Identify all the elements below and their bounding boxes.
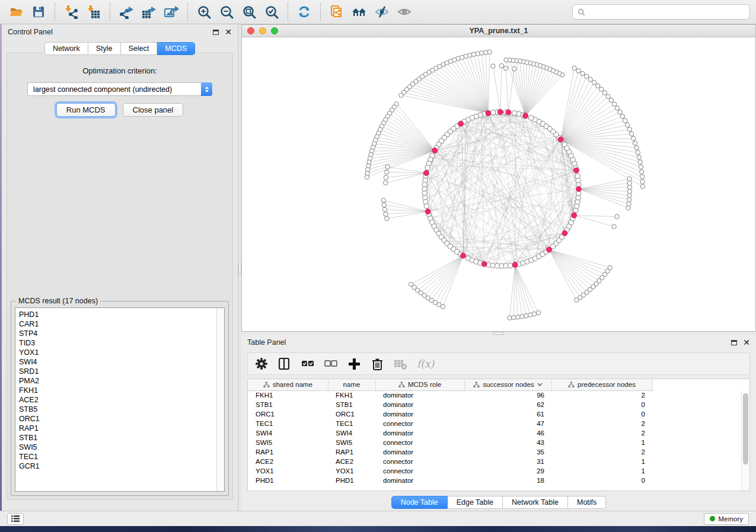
unselect-all-columns-icon[interactable] — [324, 357, 338, 371]
table-cell[interactable]: 62 — [464, 400, 551, 409]
tab-network-table[interactable]: Network Table — [503, 496, 568, 509]
task-history-button[interactable] — [7, 513, 24, 525]
table-cell[interactable]: 1 — [551, 466, 652, 476]
table-cell[interactable]: 29 — [464, 466, 551, 476]
mcds-result-item[interactable]: YOX1 — [19, 348, 216, 357]
table-cell[interactable]: RAP1 — [248, 447, 328, 457]
table-cell[interactable]: dominator — [375, 447, 464, 457]
float-panel-icon[interactable] — [213, 30, 219, 35]
mcds-result-item[interactable]: SRD1 — [19, 367, 216, 376]
memory-button[interactable]: Memory — [704, 513, 749, 525]
table-cell[interactable]: ACE2 — [248, 457, 328, 466]
zoom-selected-icon[interactable] — [261, 2, 282, 21]
table-cell[interactable]: FKH1 — [248, 390, 328, 400]
export-network-icon[interactable] — [116, 2, 136, 21]
table-cell[interactable]: TEC1 — [248, 419, 328, 428]
table-cell[interactable]: 46 — [464, 428, 551, 438]
mcds-result-item[interactable]: TEC1 — [19, 452, 216, 462]
table-cell[interactable]: 96 — [464, 390, 551, 400]
table-cell[interactable]: 18 — [464, 476, 551, 485]
column-header-name[interactable]: name — [328, 379, 375, 390]
table-row[interactable]: STB1STB1dominator620 — [248, 400, 652, 409]
delete-column-icon[interactable] — [371, 357, 384, 371]
export-image-icon[interactable] — [161, 2, 181, 21]
hide-selected-icon[interactable] — [372, 2, 392, 21]
table-cell[interactable]: 47 — [464, 419, 551, 428]
mcds-result-item[interactable]: STB1 — [19, 433, 216, 443]
network-graph[interactable] — [242, 37, 755, 331]
tab-node-table[interactable]: Node Table — [391, 496, 448, 509]
mcds-result-item[interactable]: TID3 — [19, 338, 216, 348]
tab-style[interactable]: Style — [88, 42, 121, 55]
search-input[interactable] — [589, 8, 745, 16]
table-row[interactable]: YOX1YOX1connector291 — [248, 466, 652, 476]
table-cell[interactable]: ACE2 — [328, 457, 375, 466]
float-table-panel-icon[interactable] — [731, 340, 737, 345]
mcds-result-item[interactable]: CAR1 — [19, 319, 216, 329]
column-header-MCDS-role[interactable]: MCDS role — [375, 379, 464, 390]
table-cell[interactable]: PHD1 — [248, 476, 328, 485]
mcds-result-item[interactable]: PMA2 — [19, 376, 216, 386]
table-cell[interactable]: FKH1 — [328, 390, 375, 400]
tab-mcds[interactable]: MCDS — [157, 42, 195, 55]
table-cell[interactable]: 2 — [551, 428, 652, 438]
criterion-dropdown[interactable]: largest connected component (undirected) — [27, 82, 212, 96]
mcds-result-item[interactable]: GCR1 — [19, 462, 216, 471]
table-cell[interactable]: 31 — [464, 457, 551, 466]
import-table-icon[interactable] — [84, 2, 104, 21]
table-cell[interactable]: 1 — [551, 457, 652, 466]
table-row[interactable]: PHD1PHD1dominator180 — [248, 476, 652, 485]
tab-motifs[interactable]: Motifs — [568, 496, 606, 509]
table-cell[interactable]: TEC1 — [328, 419, 375, 428]
delete-table-icon[interactable] — [394, 357, 407, 371]
table-cell[interactable]: dominator — [375, 428, 464, 438]
table-cell[interactable]: ORC1 — [328, 409, 375, 419]
table-cell[interactable]: 1 — [551, 438, 652, 447]
create-column-icon[interactable] — [347, 357, 361, 371]
table-cell[interactable]: RAP1 — [328, 447, 375, 457]
table-cell[interactable]: STB1 — [328, 400, 375, 409]
zoom-out-icon[interactable] — [216, 2, 237, 21]
table-cell[interactable]: connector — [375, 438, 464, 447]
export-table-icon[interactable] — [139, 2, 159, 21]
table-cell[interactable]: SWI5 — [328, 438, 375, 447]
table-cell[interactable]: 0 — [551, 400, 652, 409]
table-cell[interactable]: YOX1 — [328, 466, 375, 476]
column-header-successor-nodes[interactable]: successor nodes — [464, 379, 551, 390]
tab-select[interactable]: Select — [121, 42, 158, 55]
refresh-icon[interactable] — [294, 2, 314, 21]
table-cell[interactable]: 2 — [551, 419, 652, 428]
import-network-icon[interactable] — [61, 2, 81, 21]
mcds-result-item[interactable]: SWI5 — [19, 443, 216, 452]
mcds-result-item[interactable]: RAP1 — [19, 424, 216, 433]
tab-network[interactable]: Network — [44, 42, 88, 55]
column-header-predecessor-nodes[interactable]: predecessor nodes — [551, 379, 652, 390]
close-panel-icon[interactable]: ✕ — [225, 28, 232, 36]
table-cell[interactable]: connector — [375, 457, 464, 466]
table-cell[interactable]: SWI5 — [248, 438, 328, 447]
mcds-result-item[interactable]: ORC1 — [19, 414, 216, 424]
table-cell[interactable]: 43 — [464, 438, 551, 447]
table-cell[interactable]: 2 — [551, 390, 652, 400]
mcds-result-item[interactable]: ACE2 — [19, 395, 216, 405]
network-canvas[interactable] — [242, 37, 755, 331]
table-cell[interactable]: 0 — [551, 409, 652, 419]
table-row[interactable]: ACE2ACE2connector311 — [248, 457, 652, 466]
table-cell[interactable]: 35 — [464, 447, 551, 457]
function-builder-icon[interactable]: f(x) — [417, 358, 434, 370]
table-cell[interactable]: PHD1 — [328, 476, 375, 485]
table-cell[interactable]: 0 — [551, 476, 652, 485]
mcds-result-listbox[interactable]: PHD1CAR1STP4TID3YOX1SWI4SRD1PMA2FKH1ACE2… — [15, 307, 225, 492]
show-columns-icon[interactable] — [278, 357, 292, 371]
table-cell[interactable]: 61 — [464, 409, 551, 419]
table-cell[interactable]: SWI4 — [248, 428, 328, 438]
table-cell[interactable]: dominator — [375, 390, 464, 400]
table-cell[interactable]: SWI4 — [328, 428, 375, 438]
table-cell[interactable]: connector — [375, 419, 464, 428]
table-cell[interactable]: YOX1 — [248, 466, 328, 476]
table-row[interactable]: TEC1TEC1connector472 — [248, 419, 652, 428]
table-cell[interactable]: dominator — [375, 476, 464, 485]
table-cell[interactable]: connector — [375, 466, 464, 476]
tab-edge-table[interactable]: Edge Table — [448, 496, 503, 509]
table-row[interactable]: SWI4SWI4dominator462 — [248, 428, 652, 438]
